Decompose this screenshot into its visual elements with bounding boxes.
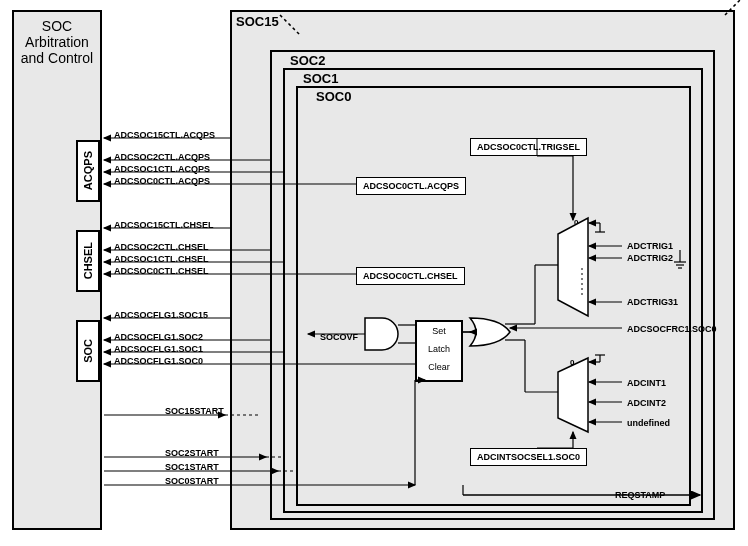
wires-layer <box>0 0 748 546</box>
svg-line-0 <box>280 15 300 35</box>
svg-line-1 <box>725 0 740 15</box>
